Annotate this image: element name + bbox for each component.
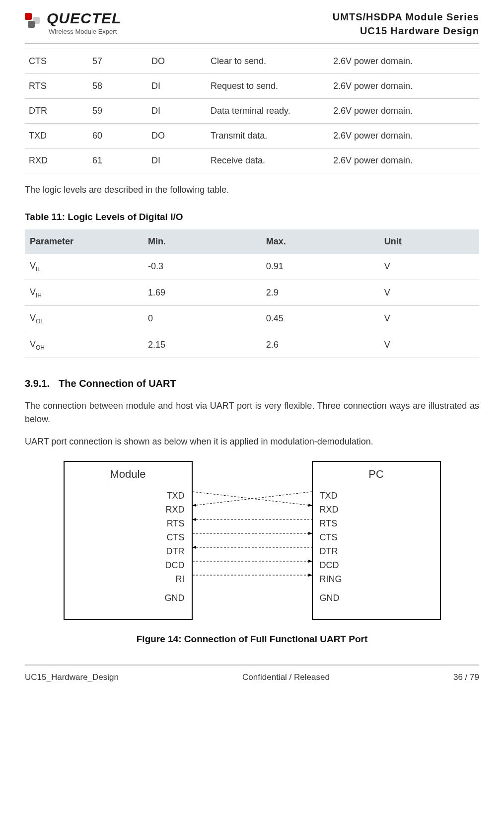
cell-name: DTR — [25, 99, 88, 124]
pin-label: RTS — [72, 517, 185, 530]
cell-max: 2.9 — [261, 280, 379, 306]
pin-label: TXD — [72, 489, 185, 503]
cell-pin: 59 — [88, 99, 147, 124]
section-title: The Connection of UART — [59, 378, 176, 389]
cell-name: RTS — [25, 74, 88, 99]
cell-io: DI — [147, 148, 207, 173]
table-row: RTS58DIRequest to send.2.6V power domain… — [25, 74, 479, 99]
header-series: UMTS/HSDPA Module Series — [333, 10, 479, 24]
cell-min: -0.3 — [143, 254, 261, 280]
table-header-row: Parameter Min. Max. Unit — [25, 229, 479, 254]
pin-label: DCD — [320, 558, 433, 572]
logic-intro-text: The logic levels are described in the fo… — [25, 183, 479, 197]
cell-name: TXD — [25, 124, 88, 148]
footer-left: UC15_Hardware_Design — [25, 672, 119, 682]
cell-unit: V — [379, 332, 479, 358]
figure-caption: Figure 14: Connection of Full Functional… — [25, 634, 479, 645]
cell-pin: 60 — [88, 124, 147, 148]
cell-param: VIL — [25, 254, 143, 280]
pc-box: PC TXD RXD RTS CTS DTR DCD RING GND — [312, 461, 441, 620]
cell-desc: Transmit data. — [207, 124, 329, 148]
cell-min: 1.69 — [143, 280, 261, 306]
table-row: VOH2.152.6V — [25, 332, 479, 358]
param-base: V — [30, 287, 36, 297]
param-sub: OH — [36, 344, 45, 351]
connection-lines-icon — [193, 461, 312, 620]
pin-label: RTS — [320, 517, 433, 530]
table-row: VIL-0.30.91V — [25, 254, 479, 280]
param-sub: OL — [36, 318, 44, 325]
cell-io: DI — [147, 74, 207, 99]
cell-desc: Clear to send. — [207, 49, 329, 74]
cell-pin: 61 — [88, 148, 147, 173]
footer-mid: Confidential / Released — [242, 672, 330, 682]
param-base: V — [30, 261, 36, 271]
table-row: RXD61DIReceive data.2.6V power domain. — [25, 148, 479, 173]
cell-pin: 57 — [88, 49, 147, 74]
pin-label: CTS — [72, 530, 185, 544]
page-header: QUECTEL Wireless Module Expert UMTS/HSDP… — [25, 0, 479, 44]
pin-definition-table: CTS57DOClear to send.2.6V power domain. … — [25, 49, 479, 173]
pin-label: TXD — [320, 489, 433, 503]
pin-label: RXD — [320, 503, 433, 517]
cell-io: DO — [147, 124, 207, 148]
header-max: Max. — [261, 229, 379, 254]
cell-max: 0.91 — [261, 254, 379, 280]
cell-name: RXD — [25, 148, 88, 173]
pin-label: GND — [320, 591, 433, 605]
module-box: Module TXD RXD RTS CTS DTR DCD RI GND — [64, 461, 193, 620]
pin-label: RXD — [72, 503, 185, 517]
module-title: Module — [72, 468, 185, 481]
pin-label: DTR — [72, 544, 185, 558]
paragraph-2: UART port connection is shown as below w… — [25, 435, 479, 448]
paragraph-1: The connection between module and host v… — [25, 399, 479, 426]
header-design: UC15 Hardware Design — [333, 24, 479, 38]
table-row: VIH1.692.9V — [25, 280, 479, 306]
cell-desc: Receive data. — [207, 148, 329, 173]
header-unit: Unit — [379, 229, 479, 254]
pin-label: CTS — [320, 530, 433, 544]
cell-min: 2.15 — [143, 332, 261, 358]
table-row: VOL00.45V — [25, 306, 479, 332]
header-min: Min. — [143, 229, 261, 254]
cell-domain: 2.6V power domain. — [329, 148, 479, 173]
cell-io: DO — [147, 49, 207, 74]
logic-levels-table: Parameter Min. Max. Unit VIL-0.30.91V VI… — [25, 229, 479, 358]
cell-param: VIH — [25, 280, 143, 306]
cell-unit: V — [379, 306, 479, 332]
page-footer: UC15_Hardware_Design Confidential / Rele… — [25, 665, 479, 690]
cell-unit: V — [379, 254, 479, 280]
logo-icon — [25, 13, 45, 27]
param-sub: IL — [36, 266, 41, 273]
cell-pin: 58 — [88, 74, 147, 99]
cell-desc: Request to send. — [207, 74, 329, 99]
cell-name: CTS — [25, 49, 88, 74]
cell-domain: 2.6V power domain. — [329, 74, 479, 99]
pin-label: RI — [72, 572, 185, 586]
logo-block: QUECTEL Wireless Module Expert — [25, 10, 121, 35]
cell-max: 2.6 — [261, 332, 379, 358]
cell-param: VOH — [25, 332, 143, 358]
pin-label: GND — [72, 591, 185, 605]
section-heading: 3.9.1.The Connection of UART — [25, 378, 479, 389]
pin-label: DCD — [72, 558, 185, 572]
cell-param: VOL — [25, 306, 143, 332]
param-base: V — [30, 313, 36, 323]
uart-connection-diagram: Module TXD RXD RTS CTS DTR DCD RI GND PC… — [64, 461, 441, 625]
header-title-block: UMTS/HSDPA Module Series UC15 Hardware D… — [333, 10, 479, 38]
cell-unit: V — [379, 280, 479, 306]
logo-tagline: Wireless Module Expert — [49, 28, 121, 35]
pc-title: PC — [320, 468, 433, 481]
header-parameter: Parameter — [25, 229, 143, 254]
cell-desc: Data terminal ready. — [207, 99, 329, 124]
cell-domain: 2.6V power domain. — [329, 124, 479, 148]
cell-max: 0.45 — [261, 306, 379, 332]
param-sub: IH — [36, 292, 42, 298]
cell-min: 0 — [143, 306, 261, 332]
pin-label: DTR — [320, 544, 433, 558]
cell-io: DI — [147, 99, 207, 124]
table-row: TXD60DOTransmit data.2.6V power domain. — [25, 124, 479, 148]
cell-domain: 2.6V power domain. — [329, 49, 479, 74]
table11-title: Table 11: Logic Levels of Digital I/O — [25, 212, 479, 222]
pin-label: RING — [320, 572, 433, 586]
